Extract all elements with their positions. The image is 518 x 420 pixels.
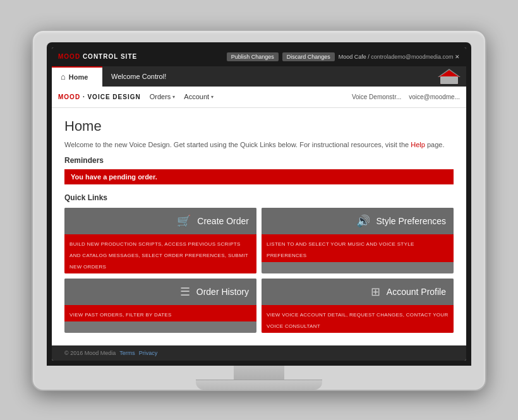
grid-icon: ⊞ — [371, 285, 380, 299]
home-icon: ⌂ — [61, 72, 66, 81]
admin-bar: MOOD CONTROL SITE Publish Changes Discar… — [52, 47, 466, 66]
monitor-base — [196, 380, 322, 390]
create-order-card[interactable]: 🛒 Create Order Build new production scri… — [64, 208, 256, 273]
help-link[interactable]: Help — [411, 141, 425, 148]
create-order-top: 🛒 Create Order — [64, 208, 256, 234]
footer-privacy-link[interactable]: Privacy — [139, 350, 158, 356]
nav-top-bar: ⌂ Home Welcome Control! — [52, 66, 466, 87]
footer-copy: © 2016 Mood Media — [64, 350, 116, 356]
page-content: Home Welcome to the new Voice Design. Ge… — [52, 108, 466, 345]
reminder-bar: You have a pending order. — [64, 169, 454, 184]
account-profile-top: ⊞ Account Profile — [262, 279, 454, 305]
quick-links-title: Quick Links — [64, 193, 454, 202]
create-order-bottom: Build new production scripts, access pre… — [64, 234, 256, 273]
account-profile-desc: View voice account detail, request chang… — [267, 312, 449, 329]
admin-user-email[interactable]: controlademo@moodmedia.com — [371, 54, 453, 60]
account-profile-bottom: View voice account detail, request chang… — [262, 305, 454, 333]
cart-icon: 🛒 — [177, 214, 191, 228]
welcome-text: Welcome Control! — [102, 66, 175, 87]
main-nav-logo: MOOD · VOICE DESIGN — [58, 93, 141, 100]
account-profile-label: Account Profile — [387, 287, 446, 297]
monitor-outer: MOOD CONTROL SITE Publish Changes Discar… — [32, 30, 486, 391]
nav-logo-voice: · VOICE DESIGN — [83, 93, 141, 100]
voice-email-link[interactable]: voice@moodme... — [409, 93, 460, 100]
order-history-card[interactable]: ☰ Order History View past orders, filter… — [64, 279, 256, 333]
account-profile-card[interactable]: ⊞ Account Profile View voice account det… — [262, 279, 454, 333]
voice-demo-link[interactable]: Voice Demonstr... — [352, 93, 401, 100]
publish-changes-button[interactable]: Publish Changes — [227, 52, 279, 61]
reminders-section-title: Reminders — [64, 156, 454, 165]
footer-terms-link[interactable]: Terms — [119, 350, 135, 356]
orders-chevron-icon: ▾ — [172, 94, 175, 100]
discard-changes-button[interactable]: Discard Changes — [282, 52, 335, 61]
main-nav-left: MOOD · VOICE DESIGN Orders ▾ Account ▾ — [58, 93, 214, 100]
home-tab[interactable]: ⌂ Home — [52, 66, 102, 87]
logo-mood: MOOD — [58, 53, 80, 60]
home-tab-label: Home — [69, 73, 88, 81]
style-preferences-label: Style Preferences — [376, 216, 447, 226]
account-chevron-icon: ▾ — [211, 94, 214, 100]
list-icon: ☰ — [180, 285, 190, 299]
order-history-top: ☰ Order History — [64, 279, 256, 305]
page-title: Home — [64, 118, 454, 135]
monitor-screen: MOOD CONTROL SITE Publish Changes Discar… — [52, 47, 466, 361]
screen-bezel: MOOD CONTROL SITE Publish Changes Discar… — [47, 42, 471, 366]
order-history-bottom: View past orders, filter by dates — [64, 305, 256, 321]
nav-house-logo — [175, 66, 466, 87]
create-order-desc: Build new production scripts, access pre… — [69, 241, 248, 270]
monitor-stand — [47, 366, 471, 390]
admin-bar-left: MOOD CONTROL SITE — [58, 53, 137, 60]
speaker-icon: 🔊 — [356, 214, 370, 228]
style-preferences-top: 🔊 Style Preferences — [262, 208, 454, 234]
house-svg-icon — [437, 68, 461, 85]
monitor-neck — [234, 366, 284, 380]
create-order-label: Create Order — [197, 216, 249, 226]
style-preferences-desc: Listen to and select your music and voic… — [267, 241, 414, 258]
style-preferences-bottom: Listen to and select your music and voic… — [262, 234, 454, 262]
style-preferences-card[interactable]: 🔊 Style Preferences Listen to and select… — [262, 208, 454, 273]
orders-nav-link[interactable]: Orders ▾ — [150, 93, 176, 100]
main-nav: MOOD · VOICE DESIGN Orders ▾ Account ▾ V… — [52, 87, 466, 108]
svg-rect-1 — [440, 76, 458, 84]
quick-links-grid: 🛒 Create Order Build new production scri… — [64, 208, 454, 333]
main-nav-right: Voice Demonstr... voice@moodme... — [352, 93, 460, 100]
order-history-label: Order History — [196, 287, 249, 297]
admin-bar-right: Publish Changes Discard Changes Mood Caf… — [227, 52, 460, 61]
order-history-desc: View past orders, filter by dates — [69, 312, 172, 318]
page-footer: © 2016 Mood Media Terms Privacy — [52, 345, 466, 361]
account-nav-link[interactable]: Account ▾ — [184, 93, 214, 100]
logo-suffix: CONTROL SITE — [83, 53, 137, 60]
admin-logo: MOOD CONTROL SITE — [58, 53, 137, 60]
nav-logo-mood: MOOD — [58, 93, 80, 100]
admin-user: Mood Cafe / controlademo@moodmedia.com ✕ — [339, 54, 460, 60]
intro-text: Welcome to the new Voice Design. Get sta… — [64, 141, 454, 148]
